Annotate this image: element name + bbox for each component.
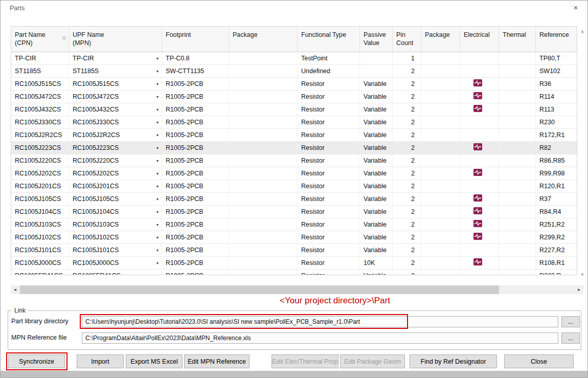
mpn-reference-file-field[interactable]: C:\ProgramData\Altair\PollEx\2023\Data\M… xyxy=(82,332,558,344)
column-header-5[interactable]: PassiveValue xyxy=(360,27,393,52)
table-row[interactable]: RC1005J105CSRC1005J105CS▼R1005-2PCBResis… xyxy=(11,193,577,206)
table-row[interactable]: RC1005J103CSRC1005J103CS▼R1005-2PCBResis… xyxy=(11,218,577,231)
column-header-10[interactable]: Reference xyxy=(536,27,577,52)
electrical-property-icon[interactable] xyxy=(473,92,482,101)
table-row[interactable]: RC1005J330CSRC1005J330CS▼R1005-2PCBResis… xyxy=(11,116,577,129)
chevron-down-icon[interactable]: ▼ xyxy=(153,257,162,269)
project-directory-annotation: <Your project directory>\Part xyxy=(82,296,587,306)
scroll-down-icon[interactable]: ∨ xyxy=(579,272,586,277)
chevron-down-icon[interactable]: ▼ xyxy=(153,142,162,154)
cell-functional-type: Resistor xyxy=(298,142,360,154)
edit-mpn-reference-button[interactable]: Edit MPN Reference xyxy=(184,354,250,368)
column-header-7[interactable]: Package xyxy=(421,27,460,52)
chevron-down-icon[interactable]: ▼ xyxy=(153,180,162,192)
part-library-directory-field[interactable]: C:\Users\hyunjunj\Desktop\Tutorial\2023.… xyxy=(82,316,558,327)
cell-part-name: TP-CIR xyxy=(11,52,69,64)
chevron-down-icon[interactable]: ▼ xyxy=(153,231,162,243)
sort-indicator-icon: ▽ xyxy=(62,34,66,42)
scroll-right-icon[interactable]: ► xyxy=(575,285,583,294)
mpn-reference-browse-button[interactable]: ... xyxy=(561,332,580,344)
electrical-property-icon[interactable] xyxy=(473,207,482,216)
cell-electrical xyxy=(460,129,499,141)
table-row[interactable]: RC1005J202CSRC1005J202CS▼R1005-2PCBResis… xyxy=(11,167,577,180)
cell-upf-name: TP-CIR▼ xyxy=(69,52,162,64)
column-header-9[interactable]: Thermal xyxy=(499,27,536,52)
column-header-3[interactable]: Package xyxy=(229,27,298,52)
cell-reference: R299,R2 xyxy=(536,231,577,243)
table-row[interactable]: RC1005J472CSRC1005J472CS▼R1005-2PCBResis… xyxy=(11,91,577,103)
column-header-1[interactable]: UPF Name(MPN) xyxy=(69,27,162,52)
table-row[interactable]: TP-CIRTP-CIR▼TP-C0.8TestPoint1TP80,T xyxy=(11,52,577,65)
table-row[interactable]: RC1005J000CSRC1005J000CS▼R1005-2PCBResis… xyxy=(11,257,577,270)
chevron-down-icon[interactable]: ▼ xyxy=(153,52,162,64)
table-row[interactable]: RC1005J101CSRC1005J101CS▼R1005-2PCBResis… xyxy=(11,244,577,257)
chevron-down-icon[interactable]: ▼ xyxy=(153,193,162,205)
column-header-4[interactable]: Functional Type xyxy=(298,27,360,52)
table-row[interactable]: RC1005J220CSRC1005J220CS▼R1005-2PCBResis… xyxy=(11,154,577,167)
cell-functional-type: Resistor xyxy=(298,193,360,205)
upf-name-text: RC1005J101CS xyxy=(73,247,119,254)
column-header-0[interactable]: Part Name(CPN)▽ xyxy=(11,27,69,52)
export-ms-excel-button[interactable]: Export MS Excel xyxy=(126,354,183,368)
cell-pin-count: 2 xyxy=(393,206,421,218)
electrical-property-icon[interactable] xyxy=(473,220,482,229)
table-row[interactable]: RC1005J515CSRC1005J515CS▼R1005-2PCBResis… xyxy=(11,78,577,91)
chevron-down-icon[interactable]: ▼ xyxy=(153,116,162,128)
table-row[interactable]: RC1005J223CSRC1005J223CS▼R1005-2PCBResis… xyxy=(11,142,577,154)
scroll-left-icon[interactable]: ◄ xyxy=(11,285,19,294)
cell-thermal xyxy=(499,244,536,256)
chevron-down-icon[interactable]: ▼ xyxy=(153,218,162,231)
upf-name-text: RC1005J2R2CS xyxy=(73,131,120,139)
column-header-6[interactable]: PinCount xyxy=(393,27,421,52)
electrical-property-icon[interactable] xyxy=(473,79,482,88)
chevron-down-icon[interactable]: ▼ xyxy=(153,244,162,256)
cell-package xyxy=(229,103,298,116)
cell-upf-name: RC1005J105CS▼ xyxy=(69,193,162,205)
chevron-down-icon[interactable]: ▼ xyxy=(153,270,162,275)
electrical-property-icon[interactable] xyxy=(473,258,482,268)
cell-package xyxy=(229,129,298,141)
chevron-down-icon[interactable]: ▼ xyxy=(153,154,162,167)
electrical-property-icon[interactable] xyxy=(473,169,482,178)
electrical-property-icon[interactable] xyxy=(473,233,482,242)
table-row[interactable]: RC1005J102CSRC1005J102CS▼R1005-2PCBResis… xyxy=(11,231,577,244)
part-library-browse-button[interactable]: ... xyxy=(561,316,580,327)
table-row[interactable]: RC1005J201CSRC1005J201CS▼R1005-2PCBResis… xyxy=(11,180,577,193)
table-row[interactable]: RC1005J432CSRC1005J432CS▼R1005-2PCBResis… xyxy=(11,103,577,116)
cell-part-name: RC1005J432CS xyxy=(11,103,69,116)
cell-upf-name: RC1005FR41CS▼ xyxy=(69,270,162,275)
electrical-property-icon[interactable] xyxy=(473,105,482,114)
chevron-down-icon[interactable]: ▼ xyxy=(153,91,162,103)
close-icon[interactable]: × xyxy=(570,3,581,13)
electrical-property-icon[interactable] xyxy=(473,143,482,152)
edit-package-geom-button[interactable]: Edit Package Geom xyxy=(340,354,405,368)
table-row[interactable]: RC1005J2R2CSRC1005J2R2CS▼R1005-2PCBResis… xyxy=(11,129,577,142)
chevron-down-icon[interactable]: ▼ xyxy=(153,78,162,90)
find-by-ref-designator-button[interactable]: Find by Ref Designator xyxy=(410,354,497,368)
electrical-property-icon[interactable] xyxy=(473,194,482,204)
chevron-down-icon[interactable]: ▼ xyxy=(153,129,162,141)
column-header-8[interactable]: Electrical xyxy=(460,27,499,52)
cell-reference: R230 xyxy=(536,116,577,128)
cell-footprint: R1005-2PCB xyxy=(162,244,229,256)
chevron-down-icon[interactable]: ▼ xyxy=(153,167,162,180)
table-row[interactable]: ST1185SST1185S▼SW-CTT1135Undefined2SW102 xyxy=(11,65,577,78)
scrollbar-thumb[interactable] xyxy=(20,285,499,294)
scroll-up-icon[interactable]: ∧ xyxy=(579,29,586,34)
cell-functional-type: Resistor xyxy=(298,116,360,128)
synchronize-button[interactable]: Synchronize xyxy=(8,354,65,368)
close-button[interactable]: Close xyxy=(504,354,574,368)
chevron-down-icon[interactable]: ▼ xyxy=(153,206,162,218)
chevron-down-icon[interactable]: ▼ xyxy=(153,65,162,77)
cell-electrical xyxy=(460,167,499,180)
chevron-down-icon[interactable]: ▼ xyxy=(153,103,162,116)
edit-elec-thermal-prop-button[interactable]: Edit Elec/Thermal Prop xyxy=(272,354,338,368)
upf-name-text: RC1005J104CS xyxy=(73,208,119,216)
horizontal-scrollbar[interactable]: ◄ ► xyxy=(11,285,583,294)
import-button[interactable]: Import xyxy=(77,354,124,368)
cell-package-2 xyxy=(421,180,460,192)
cell-footprint: R1005-2PCB xyxy=(162,103,229,116)
table-row[interactable]: RC1005J104CSRC1005J104CS▼R1005-2PCBResis… xyxy=(11,206,577,218)
column-header-2[interactable]: Footprint xyxy=(162,27,229,52)
table-row[interactable]: RC1005FR41CSRC1005FR41CS▼R1005-2PCBResis… xyxy=(11,270,577,275)
